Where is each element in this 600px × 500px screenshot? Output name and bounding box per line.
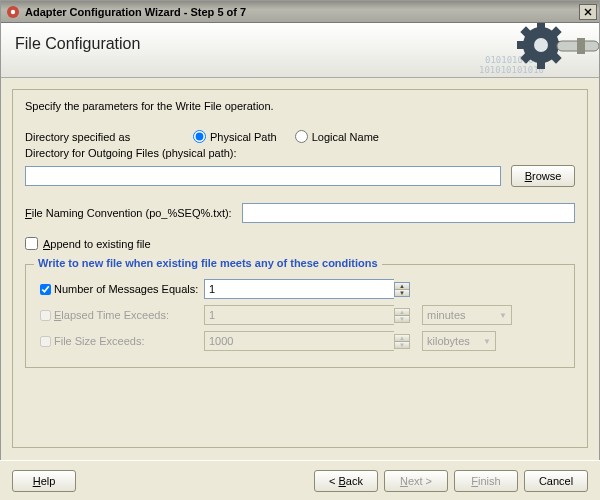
radio-logical-input[interactable] — [295, 130, 308, 143]
spin-up-icon: ▲ — [395, 309, 409, 316]
finish-button[interactable]: Finish — [454, 470, 518, 492]
svg-rect-7 — [517, 41, 527, 49]
naming-label: File Naming Convention (po_%SEQ%.txt): — [25, 207, 232, 219]
cond-elapsed-input — [204, 305, 394, 325]
svg-rect-6 — [537, 59, 545, 69]
cond-filesize-spin-btns: ▲▼ — [394, 334, 410, 349]
cond-num-messages-input[interactable] — [204, 279, 394, 299]
cond-num-messages-spinner[interactable] — [204, 279, 394, 299]
svg-point-13 — [534, 38, 548, 52]
cond-num-messages: Number of Messages Equals: ▲▼ — [36, 279, 564, 299]
svg-rect-16 — [577, 38, 585, 54]
help-button[interactable]: Help — [12, 470, 76, 492]
intro-text: Specify the parameters for the Write Fil… — [25, 100, 575, 112]
titlebar: Adapter Configuration Wizard - Step 5 of… — [1, 1, 599, 23]
cond-elapsed-check — [40, 309, 51, 322]
radio-logical-name[interactable]: Logical Name — [295, 130, 379, 143]
close-icon — [584, 8, 592, 16]
cond-elapsed-unit: minutes▼ — [422, 305, 512, 325]
spin-down-icon: ▼ — [395, 342, 409, 348]
content-area: Specify the parameters for the Write Fil… — [0, 77, 600, 460]
conditions-legend: Write to new file when existing file mee… — [34, 257, 382, 269]
spin-up-icon: ▲ — [395, 335, 409, 342]
spin-down-icon[interactable]: ▼ — [395, 290, 409, 296]
radio-physical-label: Physical Path — [210, 131, 277, 143]
cond-num-messages-label: Number of Messages Equals: — [54, 283, 204, 295]
cond-elapsed-spin-btns: ▲▼ — [394, 308, 410, 323]
cond-file-size: File Size Exceeds: ▲▼ kilobytes▼ — [36, 331, 564, 351]
cond-filesize-label: File Size Exceeds: — [54, 335, 204, 347]
naming-input[interactable] — [242, 203, 575, 223]
cond-filesize-unit: kilobytes▼ — [422, 331, 496, 351]
cond-filesize-check — [40, 335, 51, 348]
radio-logical-label: Logical Name — [312, 131, 379, 143]
svg-text:101010101010: 101010101010 — [479, 65, 544, 75]
chevron-down-icon: ▼ — [483, 337, 491, 346]
outgoing-dir-input[interactable] — [25, 166, 501, 186]
app-icon — [5, 4, 21, 20]
spin-down-icon: ▼ — [395, 316, 409, 322]
cond-num-messages-check[interactable] — [40, 283, 51, 296]
next-button[interactable]: Next > — [384, 470, 448, 492]
chevron-down-icon: ▼ — [499, 311, 507, 320]
gear-icon: 01010101010 101010101010 — [479, 23, 599, 77]
back-button[interactable]: < Back — [314, 470, 378, 492]
append-checkbox-input[interactable] — [25, 237, 38, 250]
append-checkbox[interactable]: Append to existing file — [25, 237, 151, 250]
cancel-button[interactable]: Cancel — [524, 470, 588, 492]
cond-num-messages-spin-btns[interactable]: ▲▼ — [394, 282, 410, 297]
outgoing-dir-label: Directory for Outgoing Files (physical p… — [25, 147, 575, 159]
svg-point-1 — [11, 9, 15, 13]
wizard-footer: Help < Back Next > Finish Cancel — [0, 460, 600, 500]
radio-physical-path[interactable]: Physical Path — [193, 130, 277, 143]
cond-elapsed-time: Elapsed Time Exceeds: ▲▼ minutes▼ — [36, 305, 564, 325]
browse-button[interactable]: Browse — [511, 165, 575, 187]
cond-elapsed-label: Elapsed Time Exceeds: — [54, 309, 204, 321]
config-panel: Specify the parameters for the Write Fil… — [12, 89, 588, 448]
spin-up-icon[interactable]: ▲ — [395, 283, 409, 290]
window-title: Adapter Configuration Wizard - Step 5 of… — [25, 6, 579, 18]
conditions-fieldset: Write to new file when existing file mee… — [25, 264, 575, 368]
cond-filesize-input — [204, 331, 394, 351]
svg-rect-5 — [537, 23, 545, 31]
header-band: File Configuration 01010101010 101010101… — [1, 23, 599, 78]
cond-filesize-spinner — [204, 331, 394, 351]
radio-physical-input[interactable] — [193, 130, 206, 143]
cond-elapsed-spinner — [204, 305, 394, 325]
dir-spec-label: Directory specified as — [25, 131, 175, 143]
append-label: Append to existing file — [43, 238, 151, 250]
close-button[interactable] — [579, 4, 597, 20]
